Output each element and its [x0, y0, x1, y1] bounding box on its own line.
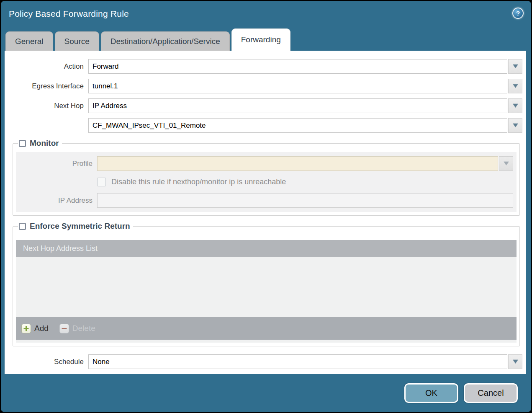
tab-source[interactable]: Source	[55, 31, 99, 51]
footer-buttons: OK Cancel	[404, 383, 518, 403]
table-header: Next Hop Address List	[16, 240, 517, 257]
profile-dropdown-button	[499, 156, 513, 171]
next-hop-row: Next Hop IP Address	[5, 98, 522, 113]
schedule-combo: None	[88, 354, 522, 369]
table-body	[16, 257, 517, 317]
chevron-down-icon	[512, 358, 519, 366]
minus-icon	[59, 324, 69, 333]
egress-interface-dropdown-button[interactable]	[508, 79, 522, 93]
action-label: Action	[5, 62, 88, 71]
schedule-dropdown-button[interactable]	[508, 354, 522, 369]
tab-destination-application-service-label: Destination/Application/Service	[111, 37, 220, 46]
next-hop-address-table: Next Hop Address List Add Delete	[16, 240, 517, 343]
monitor-legend: Monitor	[18, 139, 62, 148]
dialog-titlebar: Policy Based Forwarding Rule ?	[1, 1, 531, 28]
chevron-down-icon	[512, 122, 519, 129]
schedule-select[interactable]: None	[88, 354, 507, 369]
profile-label: Profile	[16, 160, 97, 168]
forwarding-tab-panel: Action Forward Egress Interface tunnel.1…	[5, 51, 526, 374]
table-bottom-strip	[16, 340, 517, 343]
tab-general[interactable]: General	[5, 31, 53, 51]
help-icon[interactable]: ?	[512, 8, 524, 19]
chevron-down-icon	[512, 83, 519, 90]
dialog-title: Policy Based Forwarding Rule	[9, 9, 129, 18]
dialog-footer: OK Cancel	[1, 374, 531, 412]
tab-source-label: Source	[64, 37, 90, 46]
tab-bar: General Source Destination/Application/S…	[1, 28, 531, 51]
enforce-symmetric-return-fieldset: Enforce Symmetric Return Next Hop Addres…	[13, 222, 520, 346]
ok-button[interactable]: OK	[404, 383, 458, 403]
tab-forwarding-label: Forwarding	[241, 35, 281, 44]
next-hop-value-row: CF_MWAN_IPsec_VTI_01_Remote	[5, 118, 522, 133]
disable-rule-row: Disable this rule if nexthop/monitor ip …	[97, 178, 513, 186]
enforce-symmetric-return-checkbox[interactable]	[19, 223, 26, 230]
action-combo: Forward	[88, 59, 522, 74]
plus-icon	[21, 324, 31, 333]
profile-combo	[97, 156, 513, 171]
monitor-checkbox[interactable]	[19, 140, 26, 147]
monitor-fieldset: Monitor Profile Disable this rule if nex…	[13, 139, 520, 216]
egress-interface-row: Egress Interface tunnel.1	[5, 79, 522, 93]
chevron-down-icon	[503, 160, 509, 168]
next-hop-type-dropdown-button[interactable]	[508, 98, 522, 113]
action-select[interactable]: Forward	[88, 59, 507, 74]
monitor-ip-combo	[97, 193, 513, 208]
add-button[interactable]: Add	[21, 324, 49, 333]
delete-button-label: Delete	[72, 324, 95, 333]
next-hop-type-select[interactable]: IP Address	[88, 98, 507, 113]
table-header-label: Next Hop Address List	[23, 244, 98, 253]
enforce-symmetric-return-legend-label: Enforce Symmetric Return	[30, 222, 130, 231]
cancel-button[interactable]: Cancel	[464, 383, 518, 403]
monitor-ip-label: IP Address	[16, 196, 97, 205]
next-hop-label: Next Hop	[5, 102, 88, 110]
egress-interface-combo: tunnel.1	[88, 79, 522, 93]
profile-select	[97, 156, 498, 171]
schedule-row: Schedule None	[5, 354, 522, 369]
add-button-label: Add	[34, 324, 49, 333]
action-dropdown-button[interactable]	[508, 59, 522, 74]
tab-destination-application-service[interactable]: Destination/Application/Service	[101, 31, 230, 51]
egress-interface-select[interactable]: tunnel.1	[88, 79, 507, 93]
delete-button: Delete	[59, 324, 95, 333]
next-hop-value-combo: CF_MWAN_IPsec_VTI_01_Remote	[88, 118, 522, 133]
monitor-ip-input	[97, 193, 513, 208]
disable-rule-label: Disable this rule if nexthop/monitor ip …	[111, 178, 286, 186]
table-footer: Add Delete	[16, 317, 517, 340]
next-hop-combo: IP Address	[88, 98, 522, 113]
chevron-down-icon	[512, 63, 519, 70]
chevron-down-icon	[512, 102, 519, 110]
disable-rule-checkbox	[97, 178, 106, 186]
pbf-rule-dialog: Policy Based Forwarding Rule ? General S…	[1, 1, 531, 412]
monitor-panel: Profile Disable this rule if nexthop/mon…	[16, 152, 517, 212]
action-row: Action Forward	[5, 59, 522, 74]
egress-interface-label: Egress Interface	[5, 82, 88, 90]
schedule-label: Schedule	[5, 358, 88, 366]
tab-general-label: General	[15, 37, 44, 46]
monitor-legend-label: Monitor	[30, 139, 59, 148]
next-hop-address-select[interactable]: CF_MWAN_IPsec_VTI_01_Remote	[88, 118, 507, 133]
next-hop-address-dropdown-button[interactable]	[508, 118, 522, 133]
tab-forwarding[interactable]: Forwarding	[231, 28, 290, 51]
monitor-ip-row: IP Address	[16, 193, 513, 208]
enforce-symmetric-return-legend: Enforce Symmetric Return	[18, 222, 133, 231]
profile-row: Profile	[16, 156, 513, 171]
